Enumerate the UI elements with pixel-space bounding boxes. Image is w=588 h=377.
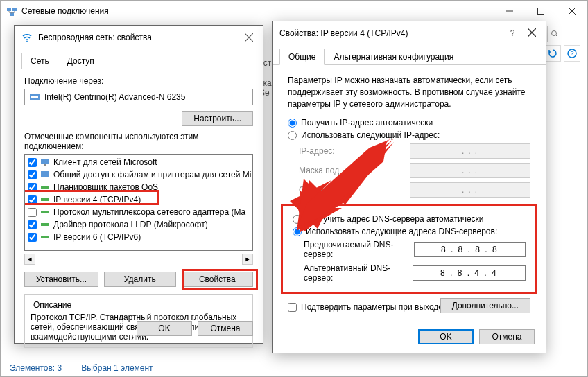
tab-network[interactable]: Сеть <box>21 53 58 69</box>
connect-via-label: Подключение через: <box>24 76 253 86</box>
preferred-dns-input[interactable]: 8 . 8 . 8 . 8 <box>414 242 526 257</box>
dlg1-ok-button[interactable]: OK <box>137 321 192 336</box>
svg-rect-10 <box>41 159 49 164</box>
subnet-mask-label: Маска под <box>299 166 339 175</box>
statusbar: Элементов: 3 Выбран 1 элемент <box>0 359 588 377</box>
dns-manual-radio-row[interactable]: Использовать следующие адреса DNS-сервер… <box>287 225 531 238</box>
refresh-button[interactable] <box>544 45 561 62</box>
ipv4-properties-dialog: Свойства: IP версии 4 (TCP/IPv4) ? Общие… <box>272 21 546 353</box>
dlg2-close-button[interactable] <box>525 28 539 39</box>
advanced-button[interactable]: Дополнительно... <box>440 298 530 313</box>
protocol-icon <box>40 219 51 230</box>
dns-auto-radio[interactable] <box>293 215 302 224</box>
search-input[interactable] <box>547 26 580 42</box>
search-icon <box>551 30 559 38</box>
scroll-right[interactable]: ► <box>242 254 253 265</box>
svg-rect-0 <box>7 8 11 11</box>
svg-rect-14 <box>41 198 49 201</box>
dlg2-help-button[interactable]: ? <box>505 28 519 38</box>
preferred-dns-label: Предпочитаемый DNS-сервер: <box>304 240 414 259</box>
dlg1-cancel-button[interactable]: Отмена <box>198 321 253 336</box>
component-checkbox[interactable] <box>28 183 37 192</box>
ip-manual-label: Использовать следующий IP-адрес: <box>301 130 440 140</box>
component-checkbox[interactable] <box>28 195 37 204</box>
component-checkbox[interactable] <box>28 158 37 167</box>
subnet-mask-row: Маска под ... <box>282 161 536 180</box>
adapter-display: Intel(R) Centrino(R) Advanced-N 6235 <box>24 89 253 105</box>
dlg1-titlebar: Беспроводная сеть: свойства <box>15 26 263 49</box>
alternate-dns-input[interactable]: 8 . 8 . 4 . 4 <box>413 265 526 281</box>
horizontal-scrollbar[interactable]: ◄ ► <box>24 254 253 265</box>
svg-rect-16 <box>41 223 49 226</box>
scroll-left[interactable]: ◄ <box>24 254 35 265</box>
gateway-label: Основн юз: <box>299 185 343 195</box>
dlg2-footer: OK Отмена <box>418 329 535 344</box>
svg-point-4 <box>552 31 557 36</box>
ip-auto-radio[interactable] <box>288 119 297 128</box>
dlg1-footer: OK Отмена <box>137 321 253 336</box>
intro-text: Параметры IP можно назначать автоматичес… <box>288 75 530 109</box>
svg-rect-13 <box>41 186 49 188</box>
ip-address-input: ... <box>410 143 530 159</box>
tab-access[interactable]: Доступ <box>58 53 103 69</box>
component-item: Планировщик пакетов QoS <box>26 181 251 193</box>
svg-rect-3 <box>537 8 544 14</box>
wifi-icon <box>21 32 33 43</box>
protocol-icon <box>40 231 51 243</box>
dns-manual-radio[interactable] <box>293 227 302 236</box>
install-button[interactable]: Установить... <box>24 272 98 287</box>
components-list[interactable]: Клиент для сетей Microsoft Общий доступ … <box>24 154 253 251</box>
adapter-name: Intel(R) Centrino(R) Advanced-N 6235 <box>44 92 185 102</box>
component-checkbox[interactable] <box>28 233 37 242</box>
svg-rect-15 <box>41 211 49 213</box>
dlg2-cancel-button[interactable]: Отмена <box>479 329 535 344</box>
svg-rect-1 <box>12 8 17 11</box>
help-button[interactable]: ? <box>564 45 580 62</box>
component-checkbox[interactable] <box>28 170 37 179</box>
ip-auto-radio-row[interactable]: Получить IP-адрес автоматически <box>282 116 536 129</box>
dlg2-title: Свойства: IP версии 4 (TCP/IPv4) <box>279 28 505 38</box>
maximize-button[interactable] <box>525 1 556 21</box>
close-button[interactable] <box>556 1 587 21</box>
adapter-icon <box>29 91 40 103</box>
svg-rect-11 <box>44 164 46 166</box>
tab-alternative[interactable]: Альтернативная конфигурация <box>325 49 462 65</box>
ip-manual-radio-row[interactable]: Использовать следующий IP-адрес: <box>282 129 536 141</box>
dns-auto-radio-row[interactable]: П учить адрес DNS-сервера автоматически <box>287 213 531 225</box>
dlg1-title: Беспроводная сеть: свойства <box>38 33 242 42</box>
uninstall-button[interactable]: Удалить <box>104 272 176 287</box>
dns-manual-label: Использовать следующие адреса DNS-сервер… <box>306 227 497 236</box>
tab-general[interactable]: Общие <box>279 49 325 65</box>
dlg1-tabs: Сеть Доступ <box>15 52 263 69</box>
gateway-input: ... <box>410 182 530 198</box>
preferred-dns-row: Предпочитаемый DNS-сервер: 8 . 8 . 8 . 8 <box>287 238 531 261</box>
protocol-icon <box>40 194 51 205</box>
status-elements-count: Элементов: 3 <box>10 363 62 373</box>
validate-label: Подтвердить параметры при выходе <box>301 302 443 312</box>
component-item: Протокол мультиплексора сетевого адаптер… <box>26 206 251 218</box>
dlg2-body: Параметры IP можно назначать автоматичес… <box>273 65 546 317</box>
configure-button[interactable]: Настроить... <box>182 111 253 126</box>
dlg1-close-button[interactable] <box>242 30 256 44</box>
dlg2-titlebar: Свойства: IP версии 4 (TCP/IPv4) ? <box>273 21 546 45</box>
ip-address-row: IP-адрес: ... <box>282 141 536 161</box>
subnet-mask-input: ... <box>410 163 530 178</box>
main-title: Сетевые подключения <box>21 6 494 16</box>
share-icon <box>40 169 51 180</box>
dns-highlight-box: П учить адрес DNS-сервера автоматически … <box>281 204 537 294</box>
component-checkbox[interactable] <box>28 208 37 217</box>
description-legend: Описание <box>31 300 74 310</box>
svg-point-7 <box>26 41 28 42</box>
components-label: Отмеченные компоненты используются этим … <box>24 132 253 151</box>
properties-button[interactable]: Свойства <box>182 272 254 287</box>
component-item-ipv4: IP версии 4 (TCP/IPv4) <box>26 193 251 206</box>
validate-checkbox[interactable] <box>288 303 297 312</box>
component-checkbox[interactable] <box>28 220 37 229</box>
dlg2-ok-button[interactable]: OK <box>418 329 474 344</box>
ip-address-label: IP-адрес: <box>299 146 335 156</box>
alternate-dns-row: Альтернативный DNS-сервер: 8 . 8 . 4 . 4 <box>287 261 531 285</box>
minimize-button[interactable] <box>494 1 525 21</box>
ip-manual-radio[interactable] <box>288 131 297 140</box>
dlg1-body: Подключение через: Intel(R) Centrino(R) … <box>15 69 263 355</box>
client-icon <box>40 157 51 168</box>
